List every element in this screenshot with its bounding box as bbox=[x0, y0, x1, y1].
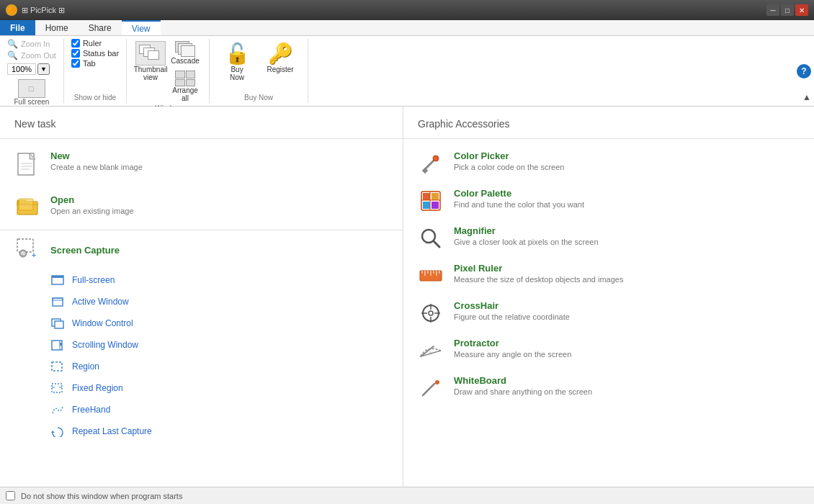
close-button[interactable]: ✕ bbox=[795, 4, 808, 16]
scrolling-window-icon bbox=[50, 338, 65, 352]
buy-now-label: BuyNow bbox=[230, 66, 244, 81]
menu-tab-file[interactable]: File bbox=[0, 20, 35, 35]
tab-checkbox[interactable]: Tab bbox=[71, 59, 96, 68]
buy-now-btn[interactable]: 🔓 BuyNow bbox=[217, 39, 257, 84]
color-picker-text: Color Picker Pick a color code on the sc… bbox=[454, 150, 800, 171]
full-screen-icon: ▢ bbox=[18, 79, 45, 98]
new-task-title: New task bbox=[0, 118, 403, 139]
svg-text:+: + bbox=[32, 251, 36, 259]
capture-fixed-region[interactable]: Fixed Region bbox=[50, 377, 388, 399]
cascade-icon bbox=[175, 41, 195, 57]
ruler-checkbox-input[interactable] bbox=[71, 39, 80, 48]
magnifier-desc: Give a closer look at pixels on the scre… bbox=[454, 238, 800, 246]
svg-rect-9 bbox=[17, 239, 33, 252]
menu-tab-home[interactable]: Home bbox=[35, 20, 79, 35]
svg-rect-23 bbox=[52, 362, 62, 371]
new-task-title-label: New bbox=[50, 150, 388, 161]
svg-text:+: + bbox=[21, 253, 24, 257]
window-controls: ─ □ ✕ bbox=[766, 4, 808, 16]
minimize-button[interactable]: ─ bbox=[766, 4, 779, 16]
register-icon: 🔑 bbox=[268, 42, 293, 66]
ruler-label: Ruler bbox=[83, 39, 102, 48]
crosshair-text: CrossHair Figure out the relative coordi… bbox=[454, 300, 800, 321]
ribbon-group-window: Thumbnailview Cascade bbox=[127, 39, 210, 103]
ruler-checkbox[interactable]: Ruler bbox=[71, 39, 102, 48]
app-title: ⊞ PicPick ⊞ bbox=[22, 6, 65, 15]
screen-capture-icon: + + bbox=[14, 236, 40, 264]
svg-point-29 bbox=[433, 156, 439, 161]
thumbnail-view-label: Thumbnailview bbox=[134, 66, 168, 81]
capture-fullscreen[interactable]: Full-screen bbox=[50, 269, 388, 291]
new-task-text: New Create a new blank image bbox=[50, 150, 388, 171]
freehand-icon bbox=[50, 402, 65, 417]
title-bar: 🔶 ⊞ PicPick ⊞ ─ □ ✕ bbox=[0, 0, 814, 20]
arrange-all-btn[interactable]: Arrangeall bbox=[169, 68, 202, 104]
svg-rect-16 bbox=[53, 298, 63, 306]
magnifier-icon bbox=[418, 225, 444, 251]
capture-freehand[interactable]: FreeHand bbox=[50, 399, 388, 420]
screen-capture-header: + + Screen Capture bbox=[0, 230, 403, 269]
graphic-accessories-title: Graphic Accessories bbox=[403, 118, 814, 139]
capture-window-control[interactable]: Window Control bbox=[50, 312, 388, 334]
svg-rect-22 bbox=[60, 343, 62, 346]
ribbon-buy-label: Buy Now bbox=[244, 94, 273, 103]
capture-scrolling-window[interactable]: Scrolling Window bbox=[50, 334, 388, 356]
protractor-item[interactable]: ° Protractor Measure any angle on the sc… bbox=[403, 332, 814, 369]
svg-text:°: ° bbox=[429, 351, 431, 357]
capture-repeat-last[interactable]: Repeat Last Capture bbox=[50, 420, 388, 442]
tab-checkbox-input[interactable] bbox=[71, 59, 80, 68]
cascade-btn[interactable]: Cascade bbox=[169, 39, 202, 67]
pixel-ruler-item[interactable]: Pixel Ruler Measure the size of desktop … bbox=[403, 257, 814, 294]
status-bar-checkbox-input[interactable] bbox=[71, 49, 80, 58]
thumbnail-view-btn[interactable]: Thumbnailview bbox=[134, 39, 167, 84]
register-btn[interactable]: 🔑 Register bbox=[260, 39, 300, 76]
color-palette-item[interactable]: Color Palette Find and tune the color th… bbox=[403, 182, 814, 220]
screen-capture-section: + + Screen Capture Full-screen bbox=[0, 230, 403, 442]
whiteboard-item[interactable]: WhiteBoard Draw and share anything on th… bbox=[403, 369, 814, 407]
freehand-label: FreeHand bbox=[72, 405, 110, 415]
open-task-title-label: Open bbox=[50, 194, 388, 205]
screen-capture-title: Screen Capture bbox=[50, 245, 120, 256]
menu-tab-view[interactable]: View bbox=[122, 20, 161, 35]
menu-bar: File Home Share View bbox=[0, 20, 814, 36]
repeat-last-icon bbox=[50, 424, 65, 438]
svg-line-39 bbox=[434, 241, 439, 247]
protractor-text: Protractor Measure any angle on the scre… bbox=[454, 338, 800, 359]
color-picker-item[interactable]: Color Picker Pick a color code on the sc… bbox=[403, 145, 814, 182]
svg-rect-32 bbox=[423, 193, 430, 200]
menu-tab-share[interactable]: Share bbox=[79, 20, 122, 35]
new-task-panel: New task New Create a new blank image bbox=[0, 107, 403, 487]
graphic-accessories-panel: Graphic Accessories Color Picker Pick a … bbox=[403, 107, 814, 487]
whiteboard-title: WhiteBoard bbox=[454, 375, 800, 386]
register-label: Register bbox=[267, 66, 293, 73]
open-task-item[interactable]: Open Open an existing image bbox=[0, 189, 403, 227]
zoom-dropdown-btn[interactable]: ▼ bbox=[37, 63, 50, 75]
color-palette-title: Color Palette bbox=[454, 188, 800, 199]
maximize-button[interactable]: □ bbox=[781, 4, 794, 16]
protractor-desc: Measure any angle on the screen bbox=[454, 350, 800, 359]
help-button[interactable]: ? bbox=[797, 64, 811, 78]
capture-active-window[interactable]: Active Window bbox=[50, 291, 388, 312]
full-screen-label: Full screen bbox=[14, 98, 50, 106]
pixel-ruler-title: Pixel Ruler bbox=[454, 263, 800, 274]
color-picker-desc: Pick a color code on the screen bbox=[454, 163, 800, 171]
expand-ribbon-btn[interactable]: ▲ bbox=[802, 92, 811, 102]
no-show-checkbox[interactable] bbox=[6, 491, 15, 500]
status-bar: Do not show this window when program sta… bbox=[0, 487, 814, 504]
pixel-ruler-text: Pixel Ruler Measure the size of desktop … bbox=[454, 263, 800, 284]
zoom-input[interactable] bbox=[7, 63, 36, 75]
crosshair-item[interactable]: CrossHair Figure out the relative coordi… bbox=[403, 294, 814, 332]
status-bar-checkbox[interactable]: Status bar bbox=[71, 49, 119, 58]
svg-rect-33 bbox=[431, 193, 439, 200]
ribbon-group-show-hide: Ruler Status bar Tab Show or hide bbox=[64, 39, 127, 103]
capture-region[interactable]: Region bbox=[50, 356, 388, 377]
magnifier-item[interactable]: Magnifier Give a closer look at pixels o… bbox=[403, 220, 814, 257]
new-task-item[interactable]: New Create a new blank image bbox=[0, 145, 403, 189]
magnifier-title: Magnifier bbox=[454, 225, 800, 236]
svg-rect-17 bbox=[53, 298, 63, 300]
crosshair-icon bbox=[418, 300, 444, 326]
scrolling-window-label: Scrolling Window bbox=[72, 340, 138, 350]
crosshair-desc: Figure out the relative coordinate bbox=[454, 312, 800, 321]
cascade-label: Cascade bbox=[171, 57, 199, 65]
pixel-ruler-desc: Measure the size of desktop objects and … bbox=[454, 275, 800, 284]
